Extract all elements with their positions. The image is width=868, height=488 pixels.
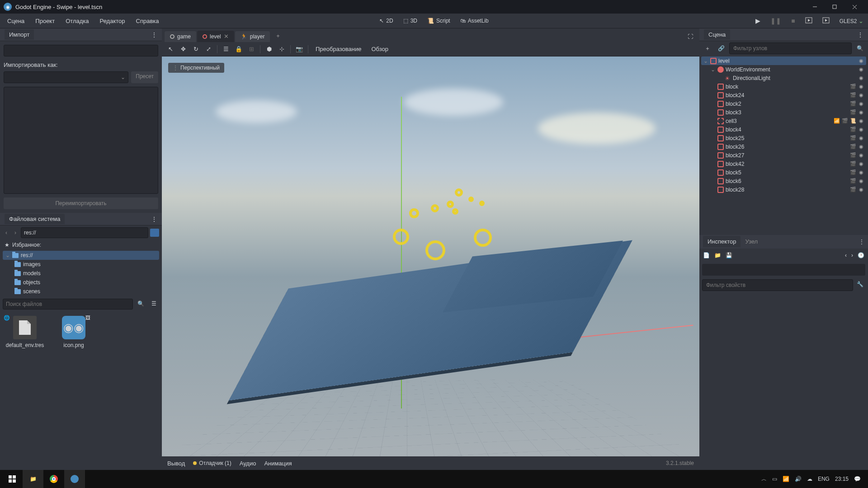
clap-icon[interactable]: 🎬 [849, 100, 856, 107]
fs-view-toggle[interactable] [150, 229, 159, 237]
clap-icon[interactable]: 🎬 [849, 169, 856, 176]
start-button[interactable] [2, 470, 23, 488]
view-menu[interactable]: Обзор [367, 44, 393, 54]
inspector-dock-menu-icon[interactable]: ⋮ [859, 239, 864, 245]
snap-tool[interactable]: ⊹ [276, 43, 288, 55]
tray-wifi-icon[interactable]: 📶 [783, 476, 789, 482]
eye-icon[interactable]: ◉ [858, 143, 864, 150]
fs-folder-scenes[interactable]: scenes [3, 287, 159, 296]
fs-folder-images[interactable]: images [3, 260, 159, 269]
instance-scene-button[interactable]: 🔗 [716, 43, 726, 54]
eye-icon[interactable]: ◉ [858, 117, 864, 124]
tree-node-block2[interactable]: block2🎬◉ [701, 99, 866, 108]
add-node-button[interactable]: ＋ [702, 43, 713, 54]
eye-icon[interactable]: ◉ [858, 75, 864, 81]
close-tab-icon[interactable]: ✕ [224, 33, 229, 40]
eye-icon[interactable]: ◉ [858, 169, 864, 176]
reimport-button[interactable]: Переимпортировать [4, 197, 158, 209]
fs-root-node[interactable]: ⌄res:// [3, 251, 159, 260]
tree-node-cell3[interactable]: cell3📶🎬📜◉ [701, 117, 866, 125]
tree-node-block[interactable]: block🎬◉ [701, 82, 866, 91]
tray-clock[interactable]: 23:15 [835, 476, 849, 482]
scr-icon[interactable]: 📜 [849, 117, 856, 124]
taskbar-godot-icon[interactable] [64, 470, 85, 488]
clap-icon[interactable]: 🎬 [849, 178, 856, 184]
filesystem-tab[interactable]: Файловая система [5, 214, 65, 224]
tree-node-block42[interactable]: block42🎬◉ [701, 160, 866, 168]
scene-dock-menu-icon[interactable]: ⋮ [857, 31, 863, 38]
inspector-filter-input[interactable] [702, 279, 853, 291]
menu-debug[interactable]: Отладка [60, 15, 94, 27]
menu-help[interactable]: Справка [131, 15, 165, 27]
inspector-forward-icon[interactable]: › [851, 252, 853, 258]
tree-node-DirectionalLight[interactable]: ☀DirectionalLight◉ [701, 74, 866, 82]
scene-tab-game[interactable]: game [165, 31, 196, 42]
play-custom-scene-button[interactable] [820, 15, 832, 27]
clap-icon[interactable]: 🎬 [849, 160, 856, 167]
eye-icon[interactable]: ◉ [858, 152, 864, 159]
tree-node-block25[interactable]: block25🎬◉ [701, 134, 866, 142]
menu-editor[interactable]: Редактор [94, 15, 131, 27]
fs-forward-button[interactable]: › [12, 229, 19, 237]
distraction-free-button[interactable]: ⛶ [684, 31, 697, 42]
taskbar-chrome-icon[interactable] [43, 470, 64, 488]
play-scene-button[interactable] [802, 15, 815, 27]
eye-icon[interactable]: ◉ [858, 135, 864, 141]
pause-button[interactable]: ❚❚ [768, 15, 784, 26]
clap-icon[interactable]: 🎬 [841, 117, 848, 124]
scene-tree[interactable]: ⌄level◉⌄WorldEnvironment◉☀DirectionalLig… [699, 56, 868, 235]
tray-notifications-icon[interactable]: 💬 [854, 476, 861, 482]
scene-dock-tab[interactable]: Сцена [704, 29, 730, 40]
tray-volume-icon[interactable]: 🔊 [795, 476, 802, 482]
fs-file-default-env[interactable]: 🌐 default_env.tres [5, 316, 45, 348]
tray-chevron-icon[interactable]: ︿ [761, 475, 767, 483]
workspace-assetlib[interactable]: 🛍AssetLib [456, 15, 493, 27]
renderer-selector[interactable]: GLES2 ⌄ [837, 18, 866, 24]
scene-tab-player[interactable]: 🏃player [235, 31, 270, 42]
preset-button[interactable]: Пресет [131, 71, 158, 83]
inspector-tools-icon[interactable]: 🔧 [855, 279, 865, 291]
tray-battery-icon[interactable]: ▭ [772, 476, 777, 482]
tree-node-block28[interactable]: block28🎬◉ [701, 185, 866, 194]
eye-icon[interactable]: ◉ [858, 66, 864, 73]
tree-node-block3[interactable]: block3🎬◉ [701, 108, 866, 117]
maximize-button[interactable] [825, 0, 844, 13]
scene-filter-input[interactable] [729, 42, 852, 54]
inspector-resource-select[interactable] [702, 264, 865, 276]
eye-icon[interactable]: ◉ [858, 100, 864, 107]
tray-language[interactable]: ENG [818, 476, 830, 482]
fs-search-input[interactable] [3, 299, 133, 310]
play-button[interactable]: ▶ [753, 15, 763, 26]
tree-node-WorldEnvironment[interactable]: ⌄WorldEnvironment◉ [701, 65, 866, 74]
node-tab[interactable]: Узел [741, 236, 762, 247]
select-tool[interactable]: ↖ [165, 43, 176, 55]
eye-icon[interactable]: ◉ [858, 126, 864, 133]
clap-icon[interactable]: 🎬 [849, 186, 856, 193]
transform-menu[interactable]: Преобразование [311, 44, 366, 54]
clap-icon[interactable]: 🎬 [849, 92, 856, 99]
clap-icon[interactable]: 🎬 [849, 143, 856, 150]
3d-viewport[interactable]: ⋮Перспективный [162, 56, 699, 456]
sig-icon[interactable]: 📶 [833, 117, 840, 124]
import-tab[interactable]: Импорт [5, 29, 34, 40]
filesystem-dock-menu-icon[interactable]: ⋮ [151, 216, 157, 223]
add-scene-tab-button[interactable]: ＋ [271, 30, 285, 42]
scene-tab-level[interactable]: level✕ [197, 31, 234, 42]
fs-back-button[interactable]: ‹ [3, 229, 10, 237]
tree-node-block26[interactable]: block26🎬◉ [701, 142, 866, 151]
list-select-tool[interactable]: ☰ [220, 43, 232, 55]
camera-override-tool[interactable]: 📷 [293, 43, 305, 55]
inspector-save-icon[interactable]: 💾 [726, 252, 732, 258]
debugger-tab[interactable]: Отладчик (1) [193, 460, 231, 466]
tray-onedrive-icon[interactable]: ☁ [807, 476, 812, 482]
eye-icon[interactable]: ◉ [858, 92, 864, 99]
scale-tool[interactable]: ⤢ [203, 43, 214, 55]
workspace-script[interactable]: 📜Script [423, 15, 455, 27]
minimize-button[interactable] [805, 0, 825, 13]
local-space-tool[interactable]: ⬢ [263, 43, 275, 55]
inspector-folder-icon[interactable]: 📁 [714, 252, 721, 258]
clap-icon[interactable]: 🎬 [849, 126, 856, 133]
eye-icon[interactable]: ◉ [858, 83, 864, 90]
tree-node-block5[interactable]: block5🎬◉ [701, 168, 866, 177]
fs-folder-models[interactable]: models [3, 269, 159, 278]
